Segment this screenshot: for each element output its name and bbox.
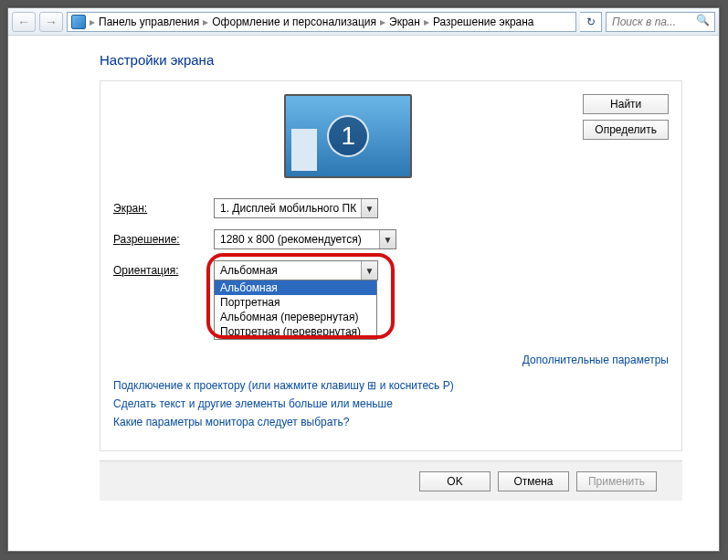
preview-row: 1 Найти Определить [113, 94, 669, 178]
advanced-link[interactable]: Дополнительные параметры [522, 354, 669, 366]
settings-panel: 1 Найти Определить Экран: 1. Дисплей моб… [100, 80, 682, 451]
chevron-down-icon: ▼ [361, 199, 377, 217]
textsize-link[interactable]: Сделать текст и другие элементы больше и… [113, 397, 669, 410]
breadcrumb[interactable]: Оформление и персонализация [212, 16, 376, 28]
chevron-down-icon: ▼ [379, 230, 396, 248]
orientation-dropdown[interactable]: Альбомная Портретная Альбомная (переверн… [214, 280, 377, 340]
forward-button[interactable]: → [39, 12, 63, 32]
breadcrumb-sep: ▸ [201, 16, 210, 28]
address-bar[interactable]: ▸ Панель управления ▸ Оформление и персо… [67, 12, 576, 32]
orientation-row: Ориентация: Альбомная ▼ Альбомная Портре… [113, 260, 669, 280]
window: ← → ▸ Панель управления ▸ Оформление и п… [7, 7, 720, 552]
orientation-option[interactable]: Портретная (перевернутая) [215, 324, 376, 339]
detect-button[interactable]: Определить [583, 120, 669, 140]
orientation-option[interactable]: Портретная [215, 295, 376, 310]
ok-button[interactable]: OK [419, 471, 491, 491]
page-title: Настройки экрана [100, 52, 682, 68]
screen-combo[interactable]: 1. Дисплей мобильного ПК ▼ [214, 198, 378, 218]
breadcrumb-sep: ▸ [422, 16, 431, 28]
side-buttons: Найти Определить [583, 94, 669, 140]
breadcrumb[interactable]: Экран [389, 16, 420, 28]
resolution-label: Разрешение: [113, 233, 214, 246]
orientation-option[interactable]: Альбомная [215, 280, 376, 295]
footer: OK Отмена Применить [100, 460, 682, 501]
breadcrumb[interactable]: Панель управления [99, 16, 199, 28]
search-box[interactable]: 🔍 [606, 12, 715, 32]
orientation-combo[interactable]: Альбомная ▼ [214, 260, 378, 280]
chevron-down-icon: ▼ [361, 261, 377, 280]
resolution-combo[interactable]: 1280 x 800 (рекомендуется) ▼ [214, 229, 396, 249]
help-links: Подключение к проектору (или нажмите кла… [113, 379, 669, 428]
cancel-button[interactable]: Отмена [498, 471, 569, 491]
orientation-value: Альбомная [215, 264, 361, 277]
preview-center: 1 [113, 94, 583, 178]
form: Экран: 1. Дисплей мобильного ПК ▼ Разреш… [113, 198, 669, 280]
toolbar: ← → ▸ Панель управления ▸ Оформление и п… [8, 8, 719, 36]
search-icon: 🔍 [694, 14, 711, 30]
find-button[interactable]: Найти [583, 94, 669, 114]
forward-icon: → [45, 15, 58, 29]
screen-value: 1. Дисплей мобильного ПК [215, 202, 361, 215]
breadcrumb-sep: ▸ [378, 16, 387, 28]
monitor-number: 1 [327, 115, 369, 157]
refresh-icon: ↻ [586, 16, 596, 28]
resolution-value: 1280 x 800 (рекомендуется) [215, 233, 379, 246]
back-icon: ← [17, 15, 30, 29]
control-panel-icon [71, 15, 86, 29]
screen-label: Экран: [113, 202, 214, 215]
breadcrumb[interactable]: Разрешение экрана [433, 16, 534, 28]
refresh-button[interactable]: ↻ [580, 12, 602, 32]
monitor-preview[interactable]: 1 [284, 94, 412, 178]
breadcrumb-sep: ▸ [88, 16, 97, 28]
orientation-option[interactable]: Альбомная (перевернутая) [215, 310, 376, 324]
projector-link[interactable]: Подключение к проектору (или нажмите кла… [113, 379, 669, 392]
resolution-row: Разрешение: 1280 x 800 (рекомендуется) ▼ [113, 229, 669, 249]
screen-row: Экран: 1. Дисплей мобильного ПК ▼ [113, 198, 669, 218]
advanced-row: Дополнительные параметры [113, 354, 669, 366]
orientation-label: Ориентация: [113, 264, 214, 277]
back-button[interactable]: ← [12, 12, 36, 32]
apply-button[interactable]: Применить [576, 471, 657, 491]
content-area: Настройки экрана 1 Найти Определить Экра… [8, 36, 719, 492]
search-input[interactable] [610, 15, 683, 29]
whichmonitor-link[interactable]: Какие параметры монитора следует выбрать… [113, 416, 669, 428]
